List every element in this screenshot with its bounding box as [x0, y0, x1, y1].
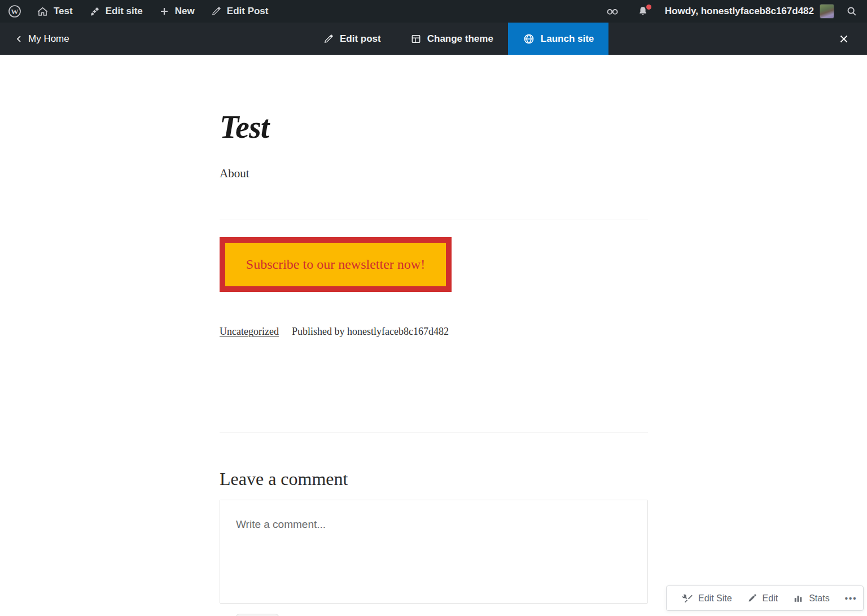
pencil-icon — [211, 6, 222, 17]
back-to-my-home-button[interactable]: My Home — [9, 23, 75, 55]
stats-label: Stats — [809, 593, 829, 604]
divider — [220, 220, 648, 220]
search-button[interactable] — [841, 0, 867, 23]
stats-button[interactable]: Stats — [785, 593, 837, 604]
wordpress-site-preview: W Test Edit site New — [0, 0, 867, 616]
leave-a-comment-heading: Leave a comment — [220, 469, 348, 490]
edit-site-label: Edit Site — [698, 593, 732, 604]
preview-actions: Edit post Change theme Launch site — [308, 23, 608, 55]
page-title: Test — [220, 109, 648, 145]
notifications-button[interactable] — [628, 0, 658, 23]
admin-bar-edit-post-label: Edit Post — [227, 6, 269, 17]
edit-button[interactable]: Edit — [739, 593, 786, 604]
reader-glasses-icon — [605, 4, 620, 19]
back-label: My Home — [28, 33, 69, 45]
close-icon — [838, 33, 850, 45]
admin-bar-edit-post[interactable]: Edit Post — [203, 0, 277, 23]
wordpress-logo[interactable]: W — [0, 0, 29, 23]
wp-admin-bar: W Test Edit site New — [0, 0, 867, 23]
admin-bar-new[interactable]: New — [151, 0, 203, 23]
site-navigation: About — [220, 167, 648, 181]
more-actions-button[interactable]: ••• — [837, 593, 862, 603]
admin-bar-edit-site-label: Edit site — [106, 6, 143, 17]
subscribe-newsletter-button[interactable]: Subscribe to our newsletter now! — [220, 237, 452, 292]
bar-chart-icon — [792, 593, 804, 604]
site-preview-bar: My Home Edit post Change theme Launch si… — [0, 23, 867, 55]
change-theme-button[interactable]: Change theme — [396, 23, 508, 55]
admin-bar-site-name[interactable]: Test — [29, 0, 81, 23]
change-theme-label: Change theme — [427, 33, 493, 45]
edit-post-button[interactable]: Edit post — [308, 23, 396, 55]
comment-form — [220, 500, 648, 604]
admin-bar-right: Howdy, honestlyfaceb8c167d482 — [597, 0, 867, 23]
close-preview-button[interactable] — [833, 23, 855, 55]
chevron-left-icon — [15, 34, 24, 44]
post-meta: Uncategorized Published by honestlyfaceb… — [220, 326, 449, 338]
divider — [220, 432, 648, 432]
edit-post-label: Edit post — [340, 33, 381, 45]
reader-button[interactable] — [597, 0, 628, 23]
layout-theme-icon — [410, 33, 422, 45]
launch-site-button[interactable]: Launch site — [508, 23, 608, 55]
site-content: Test About Subscribe to our newsletter n… — [0, 55, 867, 616]
admin-bar-site-label: Test — [54, 6, 73, 17]
edit-label: Edit — [763, 593, 778, 604]
notification-badge-dot — [646, 5, 651, 10]
globe-icon — [523, 33, 535, 45]
account-menu[interactable]: Howdy, honestlyfaceb8c167d482 — [658, 0, 841, 23]
edit-site-button[interactable]: Edit Site — [675, 593, 739, 604]
quick-actions-toolbar: Edit Site Edit Stats ••• — [666, 586, 864, 611]
nav-link-about[interactable]: About — [220, 167, 249, 180]
admin-bar-new-label: New — [175, 6, 195, 17]
paintbrush-icon — [89, 6, 100, 18]
avatar — [820, 4, 834, 19]
plus-icon — [159, 6, 170, 17]
pencil-icon — [747, 593, 757, 604]
wordpress-logo-icon: W — [8, 5, 21, 18]
home-icon — [37, 6, 49, 18]
tools-icon — [682, 593, 693, 604]
published-by-text: Published by honestlyfaceb8c167d482 — [292, 326, 449, 338]
launch-site-label: Launch site — [541, 33, 594, 45]
pencil-icon — [323, 33, 334, 45]
comment-input[interactable] — [220, 500, 647, 603]
category-link[interactable]: Uncategorized — [220, 326, 279, 338]
admin-bar-left: W Test Edit site New — [0, 0, 276, 23]
howdy-label: Howdy, honestlyfaceb8c167d482 — [665, 6, 814, 17]
comment-login-button-partial[interactable] — [236, 614, 279, 616]
admin-bar-edit-site[interactable]: Edit site — [81, 0, 151, 23]
search-icon — [846, 5, 858, 18]
svg-text:W: W — [11, 7, 19, 16]
